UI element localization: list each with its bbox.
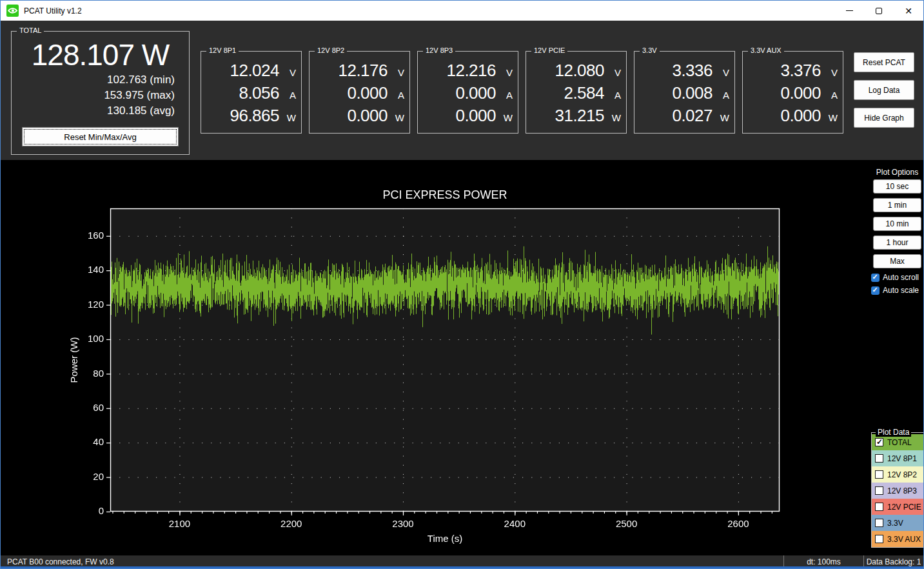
checkbox-icon	[875, 519, 883, 527]
total-max-value: 153.975 (max)	[22, 88, 179, 103]
volts-value: 12.024	[205, 61, 279, 81]
plot-range-1hour-button[interactable]: 1 hour	[873, 235, 921, 250]
checkbox-icon	[875, 438, 883, 446]
plot-range-10sec-button[interactable]: 10 sec	[873, 179, 921, 194]
plot-range-10min-button[interactable]: 10 min	[873, 217, 921, 231]
volts-unit: V	[604, 67, 621, 78]
amps-unit: A	[821, 90, 838, 101]
auto-scale-label: Auto scale	[883, 286, 919, 295]
checkbox-icon	[871, 274, 880, 282]
total-avg-value: 130.185 (avg)	[22, 103, 179, 119]
watts-unit: W	[604, 112, 621, 123]
amps-value: 8.056	[205, 83, 279, 103]
legend-row-3v3[interactable]: 3.3V	[872, 515, 923, 531]
amps-unit: A	[388, 90, 404, 101]
legend-label: TOTAL	[887, 438, 912, 447]
channel-label: 3.3V	[640, 46, 660, 54]
legend-row-12v-8p1[interactable]: 12V 8P1	[872, 450, 923, 466]
watts-unit: W	[279, 112, 296, 123]
legend-label: 3.3V	[887, 519, 903, 528]
checkbox-icon	[875, 454, 883, 463]
channel-label: 3.3V AUX	[748, 46, 784, 54]
volts-value: 3.336	[638, 61, 713, 81]
legend-row-12v-8p3[interactable]: 12V 8P3	[872, 483, 923, 499]
connection-status: PCAT B00 connected, FW v0.8	[1, 557, 783, 566]
watts-unit: W	[496, 112, 513, 123]
amps-value: 0.000	[422, 83, 496, 103]
watts-value: 96.865	[205, 106, 279, 126]
plot-range-1min-button[interactable]: 1 min	[873, 198, 921, 212]
volts-value: 12.080	[530, 61, 604, 81]
legend-label: 12V 8P2	[887, 470, 917, 479]
legend-label: 3.3V AUX	[887, 535, 921, 544]
volts-value: 3.376	[747, 61, 821, 81]
metrics-panel: TOTAL 128.107 W 102.763 (min) 153.975 (m…	[1, 21, 923, 160]
reset-pcat-button[interactable]: Reset PCAT	[854, 52, 914, 72]
amps-unit: A	[496, 90, 513, 101]
maximize-button[interactable]	[864, 1, 894, 21]
minimize-button[interactable]	[834, 1, 864, 21]
watts-unit: W	[388, 112, 404, 123]
legend-row-12v-8p2[interactable]: 12V 8P2	[872, 466, 923, 483]
total-min-value: 102.763 (min)	[22, 72, 179, 88]
window-title: PCAT Utility v1.2	[24, 6, 82, 15]
plot-range-max-button[interactable]: Max	[873, 254, 921, 268]
amps-value: 0.000	[747, 83, 821, 103]
total-groupbox-label: TOTAL	[17, 26, 44, 34]
auto-scroll-label: Auto scroll	[883, 273, 919, 282]
maximize-icon	[876, 8, 882, 14]
volts-unit: V	[388, 67, 404, 78]
minimize-icon	[846, 10, 853, 11]
amps-value: 0.000	[313, 83, 388, 103]
legend-row-12v-pcie[interactable]: 12V PCIE	[872, 499, 923, 515]
checkbox-icon	[875, 486, 883, 495]
volts-unit: V	[279, 67, 296, 78]
channel-panel-12v-pcie: 12V PCIE 12.080V 2.584A 31.215W	[526, 51, 627, 134]
power-chart	[1, 160, 870, 555]
amps-unit: A	[713, 90, 729, 101]
legend-row-3v3-aux[interactable]: 3.3V AUX	[872, 531, 923, 547]
channel-panel-12v-8p1: 12V 8P1 12.024V 8.056A 96.865W	[201, 51, 302, 134]
channel-label: 12V 8P2	[315, 46, 347, 54]
nvidia-logo-icon	[6, 5, 19, 17]
amps-value: 2.584	[530, 83, 604, 103]
channel-panel-12v-8p2: 12V 8P2 12.176V 0.000A 0.000W	[309, 51, 410, 134]
title-bar: PCAT Utility v1.2 ✕	[1, 1, 923, 21]
watts-unit: W	[821, 112, 838, 123]
close-button[interactable]: ✕	[894, 1, 923, 21]
channel-panel-12v-8p3: 12V 8P3 12.216V 0.000A 0.000W	[417, 51, 518, 134]
log-data-button[interactable]: Log Data	[854, 80, 914, 100]
checkbox-icon	[871, 286, 880, 295]
close-icon: ✕	[905, 6, 912, 15]
watts-value: 0.000	[747, 106, 821, 126]
channel-label: 12V PCIE	[531, 46, 567, 54]
channel-label: 12V 8P1	[206, 46, 239, 54]
amps-value: 0.008	[638, 83, 713, 103]
channel-panel-3v3: 3.3V 3.336V 0.008A 0.027W	[634, 51, 735, 134]
total-groupbox: TOTAL 128.107 W 102.763 (min) 153.975 (m…	[11, 31, 190, 155]
amps-unit: A	[604, 90, 621, 101]
amps-unit: A	[279, 90, 296, 101]
plot-data-title: Plot Data	[876, 428, 911, 437]
plot-sidebar: Plot Options 10 sec 1 min 10 min 1 hour …	[870, 160, 924, 555]
total-power-value: 128.107 W	[22, 38, 179, 72]
watts-value: 31.215	[530, 106, 604, 126]
checkbox-icon	[875, 470, 883, 479]
volts-unit: V	[496, 67, 513, 78]
reset-min-max-avg-button[interactable]: Reset Min/Max/Avg	[22, 127, 179, 146]
legend-label: 12V PCIE	[887, 503, 921, 512]
watts-unit: W	[713, 112, 729, 123]
graph-area: Plot Options 10 sec 1 min 10 min 1 hour …	[1, 160, 924, 555]
auto-scale-checkbox[interactable]: Auto scale	[871, 286, 924, 295]
watts-value: 0.027	[638, 106, 713, 126]
volts-value: 12.216	[422, 61, 496, 81]
watts-value: 0.000	[313, 106, 388, 126]
volts-unit: V	[821, 67, 838, 78]
watts-value: 0.000	[422, 106, 496, 126]
legend-label: 12V 8P1	[887, 454, 917, 463]
auto-scroll-checkbox[interactable]: Auto scroll	[871, 273, 924, 282]
plot-data-groupbox: Plot Data TOTAL 12V 8P1 12V 8P2 12V 8P3 …	[871, 432, 924, 548]
volts-unit: V	[713, 67, 729, 78]
checkbox-icon	[875, 535, 883, 543]
hide-graph-button[interactable]: Hide Graph	[854, 108, 914, 128]
